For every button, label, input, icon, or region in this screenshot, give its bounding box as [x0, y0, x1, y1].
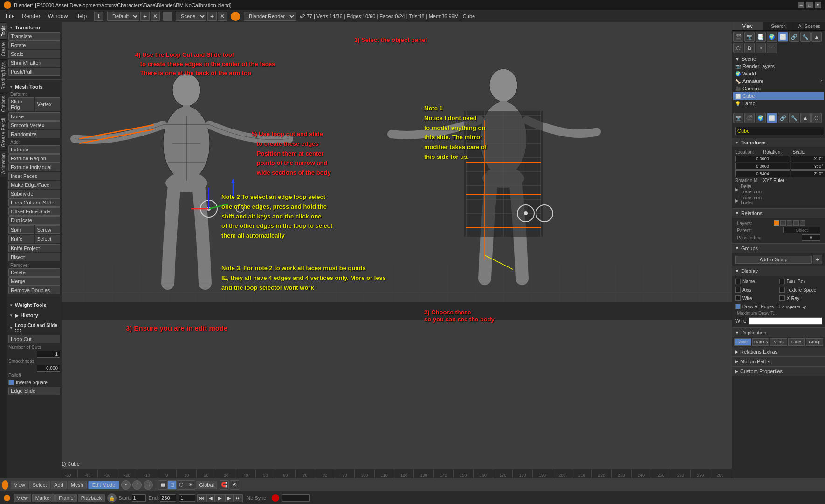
noise-button[interactable]: Noise — [8, 112, 60, 121]
offset-edge-slide-button[interactable]: Offset Edge Slide — [8, 207, 60, 216]
outliner-cube[interactable]: ⬜ Cube — [733, 92, 824, 100]
history-header[interactable]: ▶ History — [8, 311, 60, 320]
prev-frame-btn[interactable]: ◀ — [206, 494, 215, 502]
groups-header[interactable]: ▼ Groups — [732, 244, 825, 253]
push-pull-button[interactable]: Push/Pull — [8, 68, 60, 76]
particles-icon-btn[interactable]: ✦ — [756, 43, 766, 53]
physics-icon-btn[interactable]: 〰 — [767, 43, 777, 53]
tab-animation[interactable]: Animation — [0, 150, 7, 177]
custom-properties-header[interactable]: ▶ Custom Properties — [732, 367, 825, 376]
current-frame-input[interactable] — [179, 494, 195, 502]
skip-end-btn[interactable]: ⏭ — [234, 494, 243, 502]
menu-help[interactable]: Help — [71, 10, 90, 22]
solid-shading-btn[interactable]: ◼ — [158, 480, 167, 490]
skip-start-btn[interactable]: ⏮ — [197, 494, 206, 502]
select-button[interactable]: Select — [35, 235, 61, 243]
dup-verts-btn[interactable]: Verts — [770, 338, 787, 346]
dup-faces-btn[interactable]: Faces — [788, 338, 805, 346]
texture-icon-btn[interactable]: 🗋 — [744, 43, 755, 53]
remove-doubles-button[interactable]: Remove Doubles — [8, 286, 60, 294]
loc-z-field[interactable] — [735, 170, 790, 177]
face-mode-icon[interactable]: □ — [144, 480, 153, 490]
bisect-button[interactable]: Bisect — [8, 253, 60, 261]
inverse-square-checkbox[interactable] — [8, 380, 14, 385]
bou-checkbox[interactable] — [779, 279, 785, 284]
modifier-icon-btn[interactable]: 🔧 — [800, 32, 811, 42]
motion-paths-header[interactable]: ▶ Motion Paths — [732, 357, 825, 366]
proportional-icon[interactable]: ⊙ — [230, 480, 239, 490]
dup-none-btn[interactable]: None — [734, 338, 751, 346]
frame-button[interactable]: Frame — [55, 494, 77, 502]
layer-3-btn[interactable] — [787, 220, 792, 226]
outliner-render-layers[interactable]: 📷 RenderLayers — [733, 62, 824, 70]
view-menu-button[interactable]: View — [11, 481, 28, 489]
tab-shading-uvs[interactable]: Shading/UVs — [0, 59, 7, 92]
parent-field[interactable] — [783, 227, 820, 233]
menu-file[interactable]: File — [2, 10, 18, 22]
screw-button[interactable]: Screw — [35, 225, 61, 234]
add-menu-button[interactable]: Add — [51, 481, 67, 489]
add-screen-button[interactable]: + — [140, 12, 150, 21]
weight-tools-header[interactable]: Weight Tools — [8, 301, 60, 309]
material-icon-btn[interactable]: ⬡ — [733, 43, 743, 53]
duplicate-button[interactable]: Duplicate — [8, 216, 60, 225]
outliner-camera[interactable]: 🎥 Camera — [733, 85, 824, 92]
subdivide-button[interactable]: Subdivide — [8, 190, 60, 198]
outliner-world[interactable]: 🌍 World — [733, 70, 824, 77]
mesh-menu-button[interactable]: Mesh — [68, 481, 87, 489]
playback-button[interactable]: Playback — [78, 494, 105, 502]
rot-x-field[interactable] — [791, 156, 825, 162]
name-checkbox[interactable] — [735, 279, 741, 284]
loop-cut-header[interactable]: Loop Cut and Slide :::: — [8, 321, 60, 334]
tab-create[interactable]: Create — [0, 39, 7, 59]
tab-options[interactable]: Options — [0, 93, 7, 115]
transform-props-header[interactable]: Transform — [732, 138, 825, 147]
next-frame-btn[interactable]: ▶ — [225, 494, 234, 502]
menu-window[interactable]: Window — [44, 10, 72, 22]
vertex-mode-icon[interactable]: • — [121, 480, 131, 490]
wire-checkbox[interactable] — [735, 295, 741, 301]
layer-4-btn[interactable] — [793, 220, 799, 226]
layer-2-btn[interactable] — [780, 220, 786, 226]
menu-render[interactable]: Render — [18, 10, 44, 22]
close-button[interactable]: ✕ — [815, 2, 821, 8]
loc-x-field[interactable] — [735, 156, 790, 162]
record-icon[interactable] — [272, 494, 279, 502]
scene-selector[interactable]: Scene — [176, 12, 206, 21]
knife-button[interactable]: Knife — [8, 235, 34, 243]
display-header[interactable]: ▼ Display — [732, 266, 825, 276]
dup-group-btn[interactable]: Group — [806, 338, 823, 346]
slide-edge-button[interactable]: Slide Edg — [8, 97, 34, 111]
draw-all-edges-checkbox[interactable] — [735, 304, 741, 309]
scene-prop-icon[interactable]: 🎬 — [744, 113, 755, 123]
layer-5-btn[interactable] — [800, 220, 805, 226]
smoothness-input[interactable] — [37, 365, 60, 372]
marker-button[interactable]: Marker — [32, 494, 55, 502]
start-frame-input[interactable] — [132, 494, 146, 502]
loop-cut-button[interactable]: Loop Cut — [8, 335, 60, 343]
keying-input[interactable] — [282, 494, 310, 502]
axis-checkbox[interactable] — [735, 287, 741, 293]
relations-header[interactable]: ▼ Relations — [732, 209, 825, 218]
spin-button[interactable]: Spin — [8, 225, 34, 234]
outliner-scene[interactable]: ▼ Scene — [733, 55, 824, 62]
world-prop-icon[interactable]: 🌍 — [756, 113, 766, 123]
scale-button[interactable]: Scale — [8, 50, 60, 58]
tab-search[interactable]: Search — [763, 22, 794, 30]
render-icon-btn[interactable]: 📷 — [744, 32, 755, 42]
loc-y-field[interactable] — [735, 163, 790, 170]
render-engine-selector[interactable]: Blender Render — [244, 12, 296, 21]
remove-scene-button[interactable]: ✕ — [218, 12, 227, 21]
edit-mode-button[interactable]: Edit Mode — [88, 481, 120, 489]
global-button[interactable]: Global — [196, 481, 217, 489]
randomize-button[interactable]: Randomize — [8, 130, 60, 138]
edge-mode-icon[interactable]: / — [132, 480, 142, 490]
add-to-group-button[interactable]: Add to Group — [735, 256, 812, 264]
rot-y-field[interactable] — [791, 163, 825, 170]
dup-frames-btn[interactable]: Frames — [752, 338, 770, 346]
translate-button[interactable]: Translate — [8, 32, 60, 41]
merge-button[interactable]: Merge — [8, 277, 60, 286]
maximize-button[interactable]: □ — [806, 2, 813, 8]
screen-selector[interactable]: Default — [107, 12, 139, 21]
texture-space-checkbox[interactable] — [779, 287, 785, 293]
